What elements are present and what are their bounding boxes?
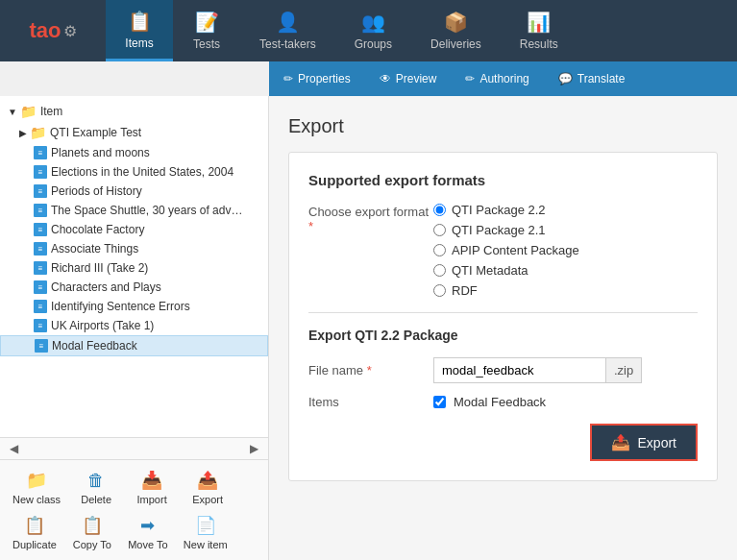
radio-input-qti22[interactable] xyxy=(433,204,446,216)
sub-nav-authoring[interactable]: ✏ Authoring xyxy=(451,61,543,96)
format-row: Choose export format * QTI Package 2.2 Q… xyxy=(308,203,698,298)
top-nav: tao ⚙ 📋 Items 📝 Tests 👤 Test-takers 👥 Gr… xyxy=(0,0,737,61)
tree-item-associate[interactable]: ≡ Associate Things xyxy=(0,239,268,258)
items-checkbox-row[interactable]: Modal Feedback xyxy=(433,395,546,409)
tree-item-elections[interactable]: ≡ Elections in the United States, 2004 xyxy=(0,162,268,182)
nav-results-label: Results xyxy=(520,37,558,51)
radio-rdf-label: RDF xyxy=(452,283,478,298)
tree-root-label: Item xyxy=(40,105,62,118)
scroll-right-arrow[interactable]: ▶ xyxy=(245,440,263,457)
tree-item-modal[interactable]: ≡ Modal Feedback xyxy=(0,335,268,356)
radio-input-apip[interactable] xyxy=(433,244,446,256)
tree-item-airports[interactable]: ≡ UK Airports (Take 1) xyxy=(0,316,268,335)
folder-icon-qti: 📁 xyxy=(30,125,46,140)
authoring-icon: ✏ xyxy=(465,72,475,85)
tree-item-planets[interactable]: ≡ Planets and moons xyxy=(0,143,268,162)
logo-icon: ⚙ xyxy=(63,22,77,40)
copy-to-label: Copy To xyxy=(73,539,111,550)
radio-rdf[interactable]: RDF xyxy=(433,283,579,298)
tree-item-sentence[interactable]: ≡ Identifying Sentence Errors xyxy=(0,297,268,316)
delete-button[interactable]: 🗑 Delete xyxy=(68,465,124,510)
import-icon: 📥 xyxy=(141,470,162,491)
export-toolbar-button[interactable]: 📤 Export xyxy=(180,465,235,510)
tree-chocolate-label: Chocolate Factory xyxy=(51,223,144,236)
nav-item-results[interactable]: 📊 Results xyxy=(501,0,577,61)
logo: tao ⚙ xyxy=(0,18,106,43)
sub-nav-preview-label: Preview xyxy=(396,72,437,85)
tree-item-chocolate[interactable]: ≡ Chocolate Factory xyxy=(0,220,268,239)
radio-input-qtimeta[interactable] xyxy=(433,264,446,277)
tree-item-richard[interactable]: ≡ Richard III (Take 2) xyxy=(0,258,268,278)
copy-to-icon: 📋 xyxy=(82,515,103,536)
tree-item-space[interactable]: ≡ The Space Shuttle, 30 years of adventu… xyxy=(0,201,268,220)
new-class-icon: 📁 xyxy=(26,470,47,491)
nav-item-tests[interactable]: 📝 Tests xyxy=(173,0,240,61)
nav-item-testtakers[interactable]: 👤 Test-takers xyxy=(240,0,335,61)
item-icon-periods: ≡ xyxy=(34,184,47,198)
duplicate-icon: 📋 xyxy=(24,515,45,536)
nav-testtakers-label: Test-takers xyxy=(259,37,316,51)
root-folder-icon: 📁 xyxy=(20,104,37,119)
items-row: Items Modal Feedback xyxy=(308,395,698,409)
package-section-title: Export QTI 2.2 Package xyxy=(308,328,698,343)
move-to-button[interactable]: ➡ Move To xyxy=(120,510,176,555)
results-icon: 📊 xyxy=(527,11,551,34)
tests-icon: 📝 xyxy=(195,11,219,34)
nav-tests-label: Tests xyxy=(193,37,220,51)
item-icon-elections: ≡ xyxy=(34,165,47,179)
radio-qtimeta[interactable]: QTI Metadata xyxy=(433,263,579,278)
nav-items-label: Items xyxy=(125,37,153,50)
content-area: Export Supported export formats Choose e… xyxy=(269,96,737,560)
item-icon-chocolate: ≡ xyxy=(34,223,47,236)
filename-label: File name * xyxy=(308,363,433,377)
logo-text: tao xyxy=(30,18,61,43)
main-layout: ▼ 📁 Item ▶ 📁 QTI Example Test ≡ Planets … xyxy=(0,96,737,560)
item-icon-planets: ≡ xyxy=(34,146,47,159)
export-button-container: 📤 Export xyxy=(308,424,698,461)
tree-modal-label: Modal Feedback xyxy=(52,339,137,353)
import-button[interactable]: 📥 Import xyxy=(124,465,180,510)
filename-input[interactable] xyxy=(433,357,606,383)
sub-nav-preview[interactable]: 👁 Preview xyxy=(365,61,452,96)
tree-sentence-label: Identifying Sentence Errors xyxy=(51,300,190,313)
nav-item-groups[interactable]: 👥 Groups xyxy=(335,0,411,61)
nav-item-items[interactable]: 📋 Items xyxy=(106,0,173,61)
tree-item-characters[interactable]: ≡ Characters and Plays xyxy=(0,278,268,297)
sub-nav-properties[interactable]: ✏ Properties xyxy=(269,61,365,96)
radio-apip[interactable]: APIP Content Package xyxy=(433,243,579,257)
move-to-label: Move To xyxy=(128,539,167,550)
preview-icon: 👁 xyxy=(380,72,391,85)
filename-input-group: .zip xyxy=(433,357,642,383)
radio-qti21[interactable]: QTI Package 2.1 xyxy=(433,223,579,237)
new-item-button[interactable]: 📄 New item xyxy=(176,510,235,555)
copy-to-button[interactable]: 📋 Copy To xyxy=(64,510,120,555)
delete-label: Delete xyxy=(81,494,111,505)
export-toolbar-icon: 📤 xyxy=(197,470,218,491)
items-value: Modal Feedback xyxy=(454,395,546,409)
item-icon-space: ≡ xyxy=(34,204,47,217)
radio-group: QTI Package 2.2 QTI Package 2.1 APIP Con… xyxy=(433,203,579,298)
properties-icon: ✏ xyxy=(283,72,293,85)
item-icon-associate: ≡ xyxy=(34,242,47,256)
scroll-left-arrow[interactable]: ◀ xyxy=(5,440,23,457)
radio-input-rdf[interactable] xyxy=(433,284,446,297)
tree-item-periods[interactable]: ≡ Periods of History xyxy=(0,182,268,201)
duplicate-button[interactable]: 📋 Duplicate xyxy=(5,510,64,555)
radio-qtimeta-label: QTI Metadata xyxy=(452,263,528,278)
radio-qti22-label: QTI Package 2.2 xyxy=(452,203,546,217)
tree-richard-label: Richard III (Take 2) xyxy=(51,261,148,275)
export-submit-button[interactable]: 📤 Export xyxy=(590,424,698,461)
sub-nav-authoring-label: Authoring xyxy=(479,72,528,85)
item-icon-characters: ≡ xyxy=(34,280,47,294)
expand-icon: ▶ xyxy=(19,128,27,138)
radio-qti22[interactable]: QTI Package 2.2 xyxy=(433,203,579,217)
tree-root-item[interactable]: ▼ 📁 Item xyxy=(0,101,268,122)
groups-icon: 👥 xyxy=(361,11,385,34)
sub-nav-translate[interactable]: 💬 Translate xyxy=(544,61,640,96)
items-checkbox[interactable] xyxy=(433,396,446,408)
new-class-button[interactable]: 📁 New class xyxy=(5,465,68,510)
nav-item-deliveries[interactable]: 📦 Deliveries xyxy=(411,0,501,61)
radio-input-qti21[interactable] xyxy=(433,224,446,236)
tree-item-qti[interactable]: ▶ 📁 QTI Example Test xyxy=(0,122,268,143)
item-icon-richard: ≡ xyxy=(34,261,47,275)
